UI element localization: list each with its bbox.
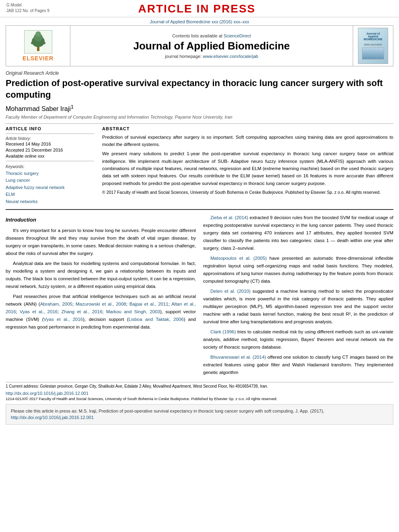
abstract-para-1: Prediction of survival expectancy after …: [102, 134, 393, 148]
available-online: Available online xxx: [6, 154, 94, 158]
sciencedirect-link[interactable]: ScienceDirect: [224, 33, 251, 38]
journal-homepage-link[interactable]: www.elsevier.com/locate/jab: [203, 54, 258, 59]
intro-para-3: Past researches prove that artificial in…: [6, 293, 196, 331]
footer-section: 1 Current address: Golestan province, Go…: [0, 379, 399, 426]
journal-ref-top: Journal of Applied Biomedicine xxx (2016…: [0, 17, 399, 25]
ref-abraham[interactable]: Abraham, 2005: [40, 302, 72, 306]
author-sup: 1: [71, 104, 74, 110]
divider-keywords: [6, 161, 94, 161]
history-label: Article history:: [6, 136, 94, 141]
cite-prefix: Please cite this article in press as: M.…: [11, 409, 324, 413]
journal-main-title: Journal of Applied Biomedicine: [133, 40, 290, 52]
thumb-subtitle: ISSN 1214-021X: [364, 43, 382, 46]
ref-lisboa[interactable]: Lisboa and Taktak, 2006: [129, 317, 184, 322]
journal-thumbnail: Journal ofAppliedBIOMEDICINE ISSN 1214-0…: [358, 28, 388, 64]
thumb-title: Journal ofAppliedBIOMEDICINE: [364, 32, 383, 41]
divider-info: [6, 134, 94, 134]
thumb-image: [362, 47, 384, 60]
article-type: Original Research Article: [6, 70, 393, 76]
keywords-label: Keywords:: [6, 164, 94, 169]
body-right-col: Zieba et al. (2014) extracted 9 decision…: [203, 214, 393, 378]
introduction-heading: Introduction: [6, 216, 196, 224]
svg-point-5: [31, 42, 33, 44]
header-section: ELSEVIER Contents lists available at Sci…: [6, 25, 393, 66]
page: G Model JAB 122 No. of Pages 9 ARTICLE I…: [0, 0, 399, 426]
footnote: 1 Current address: Golestan province, Go…: [6, 382, 393, 388]
author-affiliation: Faculty Member of Department of Computer…: [6, 115, 393, 119]
cite-doi-link[interactable]: http://dx.doi.org/10.1016/j.jab.2016.12.…: [11, 415, 94, 420]
intro-para-1: It's very important for a person to know…: [6, 227, 196, 257]
ref-bajpai[interactable]: Bajpai et al., 2011: [130, 302, 169, 306]
right-para-3: Delen et al. (2010) suggested a machine …: [203, 288, 393, 326]
article-info-abstract: ARTICLE INFO Article history: Received 1…: [6, 126, 393, 205]
keyword-1: Thoracic surgery: [6, 170, 94, 177]
article-content: Original Research Article Prediction of …: [0, 66, 399, 210]
header-left: ELSEVIER: [6, 26, 70, 66]
elsevier-label: ELSEVIER: [23, 55, 53, 62]
doi-link[interactable]: http://dx.doi.org/10.1016/j.jab.2016.12.…: [6, 391, 393, 396]
right-para-5: Bhuvaneswari et al. (2014) offered one s…: [203, 353, 393, 376]
right-para-1: Zieba et al. (2014) extracted 9 decision…: [203, 214, 393, 252]
ref-delen[interactable]: Delen et al. (2010): [210, 289, 251, 294]
header-right: Journal ofAppliedBIOMEDICINE ISSN 1214-0…: [353, 26, 393, 66]
top-bar: G Model JAB 122 No. of Pages 9 ARTICLE I…: [0, 0, 399, 17]
keywords-section: Keywords: Thoracic surgery Lung cancer A…: [6, 164, 94, 205]
author-name: Mohammad Saber Iraji1: [6, 104, 393, 113]
body-left-col: Introduction It's very important for a p…: [6, 214, 196, 378]
ref-bhuvaneswari[interactable]: Bhuvaneswari et al. (2014): [210, 355, 266, 359]
ref-zieba[interactable]: Zieba et al. (2014): [210, 215, 248, 220]
elsevier-logo: ELSEVIER: [23, 30, 53, 62]
contents-line: Contents lists available at ScienceDirec…: [172, 33, 251, 38]
keyword-5: Neural networks: [6, 198, 94, 205]
abstract-head: ABSTRACT: [102, 126, 393, 131]
ref-vyas2[interactable]: Vyas et al., 2016: [44, 317, 83, 322]
abstract-copyright: © 2017 Faculty of Health and Social Scie…: [102, 189, 393, 196]
right-para-4: Clark (1996) tries to calculate medical …: [203, 328, 393, 351]
gmodel-text: G Model JAB 122 No. of Pages 9: [6, 2, 49, 14]
accepted-date: Accepted 21 December 2016: [6, 148, 94, 152]
ref-zhang[interactable]: Zhang et al., 2016: [62, 309, 103, 314]
journal-ref-text: Journal of Applied Biomedicine xxx (2016…: [150, 19, 249, 24]
ref-markou[interactable]: Markou and Singh, 2003: [106, 309, 160, 314]
svg-point-6: [43, 42, 45, 44]
keyword-3: Adaptive fuzzy neural network: [6, 184, 94, 191]
keyword-2: Lung cancer: [6, 177, 94, 184]
abstract-col: ABSTRACT Prediction of survival expectan…: [102, 126, 393, 205]
ref-matsopoulos[interactable]: Matsopoulos et al. (2005): [210, 256, 267, 261]
journal-homepage: journal homepage: www.elsevier.com/locat…: [165, 54, 258, 59]
body-content: Introduction It's very important for a p…: [0, 214, 399, 378]
contents-text: Contents lists available at: [172, 33, 222, 38]
svg-point-4: [35, 31, 41, 37]
article-info-head: ARTICLE INFO: [6, 126, 94, 131]
article-main-title: Prediction of post-operative survival ex…: [6, 78, 393, 101]
keyword-4: ELM: [6, 191, 94, 198]
copyright-footer: 1214-021X/© 2017 Faculty of Health and S…: [6, 396, 393, 401]
aip-title: ARTICLE IN PRESS: [49, 2, 344, 15]
section-divider: [6, 209, 393, 210]
ref-mazurowski[interactable]: Mazurowski et al., 2008: [76, 302, 126, 306]
header-middle: Contents lists available at ScienceDirec…: [70, 26, 353, 66]
ref-vyas1[interactable]: Vyas et al., 2016: [20, 309, 58, 314]
received-date: Received 14 May 2016: [6, 142, 94, 146]
ref-clark[interactable]: Clark (1996): [210, 329, 236, 334]
elsevier-tree-icon: [24, 30, 52, 55]
article-info-col: ARTICLE INFO Article history: Received 1…: [6, 126, 94, 205]
cite-box: Please cite this article in press as: M.…: [6, 404, 393, 425]
abstract-para-2: We present many solutions to predict 1-y…: [102, 150, 393, 187]
divider-line-1: [6, 123, 393, 124]
abstract-text: Prediction of survival expectancy after …: [102, 134, 393, 196]
article-in-press-banner: ARTICLE IN PRESS: [49, 2, 344, 15]
right-para-2: Matsopoulos et al. (2005) have presented…: [203, 255, 393, 285]
intro-para-2: Analytical data are the basis for modell…: [6, 260, 196, 290]
